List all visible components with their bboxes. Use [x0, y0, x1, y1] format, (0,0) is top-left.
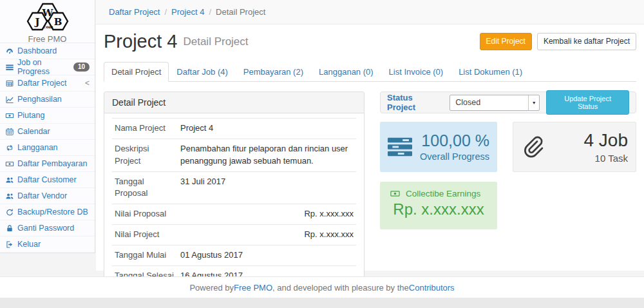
earnings-label: Collectibe Earnings: [406, 189, 480, 198]
sidebar-item-label: Penghasilan: [17, 95, 62, 104]
sidebar-item-label: Daftar Project: [17, 79, 66, 88]
logo-letter-b: B: [53, 16, 62, 28]
money-icon: [389, 189, 401, 198]
earnings-value: Rp. x.xxx.xxx: [386, 200, 491, 218]
row-value: Rp. x.xxx.xxx: [178, 204, 356, 225]
free-pmo-app: W J B .com Free PMO Dashboard Job on Pro…: [0, 0, 644, 308]
free-pmo-link[interactable]: Free PMO: [234, 283, 272, 293]
logo-suffix: .com: [42, 24, 53, 30]
sidebar-item-daftar-customer[interactable]: Daftar Customer: [0, 172, 95, 188]
job-count-card: 4 Job 10 Task: [513, 122, 636, 172]
sidebar-item-label: Daftar Pembayaran: [17, 159, 87, 168]
tab-list-dokumen[interactable]: List Dokumen (1): [451, 62, 530, 82]
sidebar-item-daftar-project[interactable]: Daftar Project <: [0, 75, 95, 91]
count-badge: 10: [73, 63, 90, 72]
sidebar-item-label: Calendar: [17, 127, 50, 136]
app-logo[interactable]: W J B .com Free PMO: [0, 0, 95, 43]
overall-progress-card: 100,00 % Overall Progress: [380, 122, 497, 172]
jwb-logo-icon: W J B .com: [21, 3, 75, 32]
back-to-project-list-button[interactable]: Kembali ke daftar Project: [537, 33, 636, 50]
sidebar-item-backup-restore-db[interactable]: Backup/Restore DB: [0, 204, 95, 220]
chevron-down-icon: ▼: [528, 95, 539, 110]
row-value: Penambahan fitur pelaporan dan rincian u…: [178, 139, 356, 171]
main-content: Daftar Project / Project 4 / Detail Proj…: [96, 0, 644, 271]
status-project-well: Status Project Closed ▼ Update Project S…: [380, 91, 636, 113]
sidebar-item-label: Daftar Customer: [17, 175, 77, 184]
sign-out-icon: [5, 240, 14, 249]
page-bottom-strip: [0, 298, 644, 308]
lock-icon: [5, 224, 14, 233]
sidebar-item-langganan[interactable]: Langganan: [0, 140, 95, 156]
progress-label: Overall Progress: [412, 151, 489, 162]
tab-bar: Detail Project Daftar Job (4) Pembayaran…: [104, 62, 636, 82]
sidebar-item-ganti-password[interactable]: Ganti Password: [0, 220, 95, 236]
paperclip-icon: [521, 135, 544, 159]
sidebar: W J B .com Free PMO Dashboard Job on Pro…: [0, 0, 95, 253]
footer: Powered by Free PMO , and developed with…: [0, 276, 644, 298]
tab-langganan[interactable]: Langganan (0): [311, 62, 381, 82]
table-row: Nilai Proposal Rp. x.xxx.xxx: [112, 204, 356, 225]
sidebar-item-piutang[interactable]: Piutang: [0, 108, 95, 124]
footer-text: Powered by: [189, 283, 234, 293]
table-row: Deskripsi Project Penambahan fitur pelap…: [112, 139, 356, 171]
panel-title: Detail Project: [104, 92, 364, 113]
row-label: Deskripsi Project: [112, 139, 178, 171]
tab-list-invoice[interactable]: List Invoice (0): [381, 62, 451, 82]
row-label: Tanggal Proposal: [112, 171, 178, 204]
sidebar-item-keluar[interactable]: Keluar: [0, 236, 95, 253]
row-label: Tanggal Mulai: [112, 245, 178, 265]
refresh-icon: [5, 208, 14, 217]
row-value: 31 Juli 2017: [178, 171, 356, 204]
status-select[interactable]: Closed ▼: [450, 95, 540, 111]
sidebar-item-calendar[interactable]: Calendar: [0, 124, 95, 140]
table-row: Nama Project Project 4: [112, 119, 356, 139]
dashboard-icon: [5, 47, 14, 55]
row-label: Nilai Project: [112, 225, 178, 245]
sidebar-item-daftar-pembayaran[interactable]: Daftar Pembayaran: [0, 156, 95, 172]
sidebar-item-dashboard[interactable]: Dashboard: [0, 43, 95, 59]
row-value: Rp. x.xxx.xxx: [178, 225, 356, 245]
edit-project-button[interactable]: Edit Project: [480, 33, 532, 50]
status-project-label: Status Project: [387, 93, 443, 112]
brand-name: Free PMO: [0, 34, 95, 44]
logo-letter-w: W: [41, 7, 53, 19]
sidebar-item-label: Job on Progress: [17, 58, 73, 76]
users-icon: [5, 192, 14, 200]
sidebar-item-label: Keluar: [17, 240, 41, 249]
status-select-value: Closed: [455, 98, 480, 107]
money-icon: [5, 111, 14, 120]
calendar-icon: [5, 128, 14, 136]
tasks-icon: [388, 136, 412, 158]
breadcrumb-link-daftar-project[interactable]: Daftar Project: [109, 7, 160, 17]
update-project-status-button[interactable]: Update Project Status: [546, 90, 629, 115]
breadcrumb-separator: /: [209, 7, 211, 17]
table-row: Tanggal Mulai 01 Agustus 2017: [112, 245, 356, 265]
sidebar-item-job-on-progress[interactable]: Job on Progress 10: [0, 59, 95, 75]
row-label: Nama Project: [112, 119, 178, 139]
tab-detail-project[interactable]: Detail Project: [104, 62, 169, 82]
page-header: Project 4 Detail Project Edit Project Ke…: [104, 31, 636, 52]
list-icon: [5, 63, 14, 72]
breadcrumb-link-project-4[interactable]: Project 4: [171, 7, 204, 17]
sidebar-item-penghasilan[interactable]: Penghasilan: [0, 91, 95, 108]
sidebar-item-label: Dashboard: [17, 46, 57, 55]
logo-letter-j: J: [33, 16, 39, 28]
contributors-link[interactable]: Contributors: [409, 283, 455, 293]
sidebar-item-daftar-vendor[interactable]: Daftar Vendor: [0, 188, 95, 204]
tab-pembayaran[interactable]: Pembayaran (2): [236, 62, 311, 82]
chevron-left-icon: <: [85, 79, 90, 88]
job-count-value: 4 Job: [544, 130, 628, 151]
page-subtitle: Detail Project: [183, 35, 248, 48]
sidebar-item-label: Langganan: [17, 143, 58, 152]
detail-project-panel: Detail Project Nama Project Project 4 De…: [104, 91, 365, 308]
breadcrumb-current: Detail Project: [216, 7, 265, 17]
breadcrumb: Daftar Project / Project 4 / Detail Proj…: [96, 0, 644, 24]
table-icon: [5, 79, 14, 88]
task-count-value: 10 Task: [544, 153, 628, 164]
sidebar-item-label: Daftar Vendor: [17, 191, 67, 200]
footer-text: , and developed with pleasure by the: [272, 283, 409, 293]
money-icon: [5, 160, 14, 168]
breadcrumb-separator: /: [164, 7, 167, 17]
sidebar-item-label: Piutang: [17, 111, 44, 120]
tab-daftar-job[interactable]: Daftar Job (4): [169, 62, 235, 82]
